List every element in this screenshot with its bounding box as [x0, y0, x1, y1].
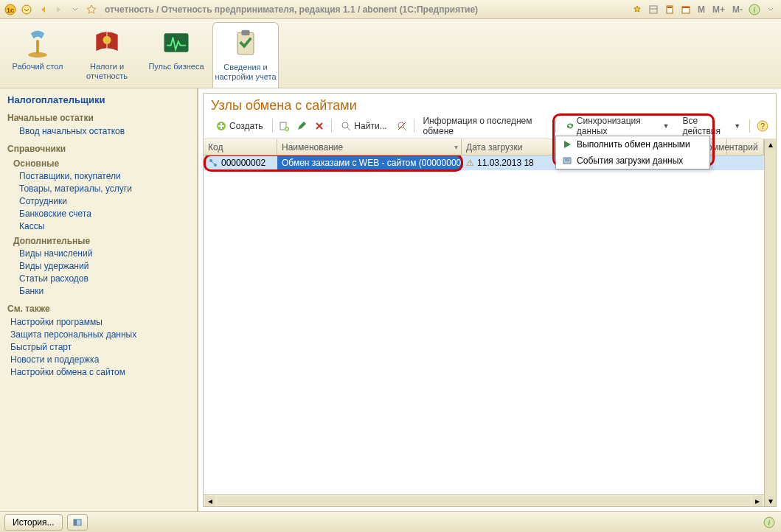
sync-icon [565, 121, 574, 131]
nav-forward-icon[interactable] [52, 2, 66, 17]
section-pulse[interactable]: Пульс бизнеса [143, 22, 209, 88]
create-button[interactable]: Создать [211, 118, 268, 134]
panel-icon[interactable] [646, 2, 661, 17]
section-settings[interactable]: Сведения и настройки учета [212, 22, 279, 88]
history-button[interactable]: История... [4, 514, 63, 531]
sidebar-link[interactable]: Настройки программы [10, 317, 190, 327]
svg-line-32 [212, 161, 215, 164]
history-label: История... [13, 517, 55, 528]
sidebar-link[interactable]: Кассы [19, 221, 190, 231]
pulse-icon [160, 27, 192, 59]
events-label: События загрузки данных [577, 155, 683, 166]
all-actions-button[interactable]: Все действия▼ [678, 118, 746, 134]
svg-rect-34 [74, 519, 77, 525]
section-label: Рабочий стол [12, 62, 63, 71]
search-clear-icon [397, 121, 407, 131]
dropdown-icon[interactable] [19, 2, 34, 17]
clear-search-button[interactable] [394, 118, 410, 134]
scroll-down-icon[interactable]: ▾ [765, 496, 776, 506]
events-item[interactable]: События загрузки данных [556, 153, 709, 169]
svg-text:?: ? [760, 122, 765, 130]
info-dropdown-icon[interactable] [763, 2, 778, 17]
svg-point-20 [342, 122, 348, 128]
scroll-track[interactable] [765, 150, 776, 496]
section-label: Сведения и настройки учета [215, 63, 277, 82]
col-name[interactable]: Наименование▾ [277, 139, 462, 155]
log-icon [562, 155, 572, 166]
run-exchange-item[interactable]: Выполнить обмен данными [556, 136, 709, 153]
panel-icon [72, 517, 83, 528]
delete-button[interactable] [311, 118, 327, 134]
sidebar-link[interactable]: Виды удержаний [19, 261, 190, 271]
toolbar: Создать Найти... Информация о последнем … [204, 116, 776, 139]
svg-text:i: i [754, 6, 756, 14]
titlebar: 1c отчетность / Отчетность предпринимате… [0, 0, 781, 19]
sidebar-top[interactable]: Налогоплательщики [7, 94, 190, 105]
warning-icon: ⚠ [466, 158, 474, 168]
sidebar-link[interactable]: Банковские счета [19, 209, 190, 219]
section-taxes[interactable]: Налоги и отчетность [74, 22, 140, 88]
status-info-icon[interactable]: i [762, 515, 777, 530]
node-icon [208, 158, 218, 168]
svg-rect-8 [682, 7, 690, 8]
info-icon[interactable]: i [747, 2, 762, 17]
data-grid: Код Наименование▾ Дата загрузки Загружен… [204, 139, 764, 506]
sidebar-link[interactable]: Товары, материалы, услуги [19, 183, 190, 194]
sidebar-subgroup: Основные [13, 158, 190, 169]
create-label: Создать [229, 121, 263, 131]
nav-dropdown-icon[interactable] [68, 2, 83, 17]
scroll-right-icon[interactable]: ▸ [752, 496, 763, 506]
svg-line-21 [347, 127, 350, 130]
sidebar-link[interactable]: Банки [19, 286, 190, 296]
mem-mplus[interactable]: M+ [709, 4, 728, 15]
statusbar: История... i [0, 511, 781, 532]
info-label: Информация о последнем обмене [423, 116, 546, 136]
sort-icon: ▾ [454, 143, 458, 151]
calendar-icon[interactable] [678, 2, 693, 17]
sidebar-link[interactable]: Статьи расходов [19, 273, 190, 284]
favorite-icon[interactable] [84, 2, 99, 17]
x-icon [314, 121, 324, 131]
sidebar-link[interactable]: Ввод начальных остатков [19, 126, 190, 136]
desk-lamp-icon [21, 27, 54, 59]
all-actions-label: Все действия [683, 116, 730, 136]
section-label: Налоги и отчетность [75, 62, 139, 81]
col-comment[interactable]: Комментарий [727, 139, 764, 155]
scroll-left-icon[interactable]: ◂ [205, 496, 215, 506]
scroll-track[interactable] [217, 497, 751, 505]
sidebar-link[interactable]: Настройки обмена с сайтом [10, 367, 190, 377]
svg-line-23 [403, 127, 406, 130]
vertical-scrollbar[interactable]: ▴ ▾ [764, 139, 776, 506]
page-title: Узлы обмена с сайтами [204, 94, 776, 116]
app-icon[interactable]: 1c [3, 2, 18, 17]
copy-button[interactable] [276, 118, 292, 134]
scroll-up-icon[interactable]: ▴ [765, 139, 776, 150]
section-bar: Рабочий стол Налоги и отчетность Пульс б… [0, 19, 781, 88]
window-title: отчетность / Отчетность предпринимателя,… [105, 4, 628, 15]
fav-add-icon[interactable] [630, 2, 645, 17]
help-button[interactable]: ? [754, 118, 771, 134]
mem-mminus[interactable]: M- [729, 4, 746, 15]
sidebar-group: См. также [7, 304, 190, 314]
sidebar-link[interactable]: Быстрый старт [10, 342, 190, 352]
find-button[interactable]: Найти... [336, 118, 392, 134]
sidebar-link[interactable]: Защита персональных данных [10, 329, 190, 340]
nav-back-icon[interactable] [35, 2, 50, 17]
edit-button[interactable] [294, 118, 310, 134]
sync-dropdown-button[interactable]: Синхронизация данных ▼ [560, 118, 674, 134]
calc-icon[interactable] [662, 2, 677, 17]
grid-body[interactable]: 000000002 Обмен заказами с WEB - сайтом … [204, 155, 764, 494]
panel-toggle-button[interactable] [67, 514, 88, 531]
horizontal-scrollbar[interactable]: ◂ ▸ [204, 494, 764, 506]
sidebar-link[interactable]: Виды начислений [19, 248, 190, 259]
info-button[interactable]: Информация о последнем обмене [417, 118, 552, 134]
section-desktop[interactable]: Рабочий стол [4, 22, 71, 88]
sidebar-link[interactable]: Новости и поддержка [10, 354, 190, 365]
sidebar-link[interactable]: Сотрудники [19, 196, 190, 206]
sidebar-link[interactable]: Поставщики, покупатели [19, 171, 190, 181]
col-code[interactable]: Код [204, 139, 277, 155]
copy-icon [279, 121, 289, 131]
mem-m[interactable]: M [695, 4, 708, 15]
main-area: Узлы обмена с сайтами Создать Найти... И… [198, 88, 781, 511]
svg-rect-3 [650, 6, 657, 13]
